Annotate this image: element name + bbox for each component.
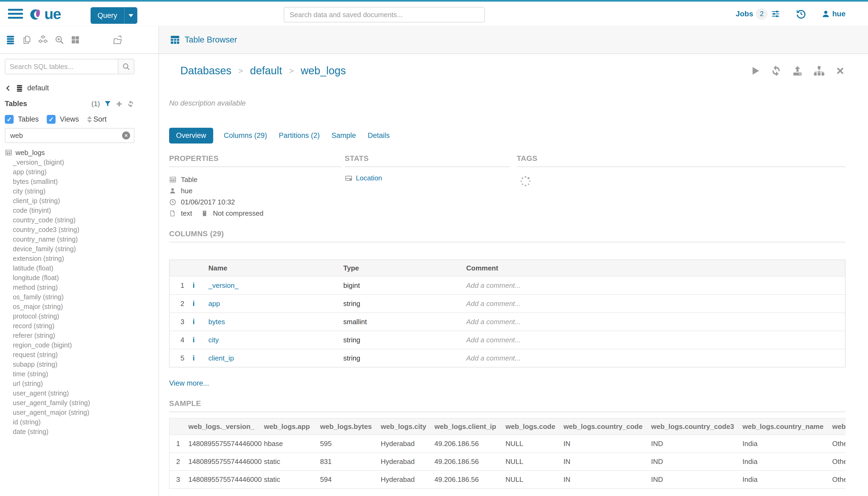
column-name-link[interactable]: client_ip	[208, 354, 234, 362]
tree-column-item[interactable]: country_code3 (string)	[5, 225, 158, 234]
tab-details[interactable]: Details	[366, 128, 391, 143]
breadcrumb-databases[interactable]: Databases	[180, 65, 231, 77]
tree-column-item[interactable]: subapp (string)	[5, 359, 158, 369]
tree-column-item[interactable]: user_agent (string)	[5, 388, 158, 398]
tab-overview[interactable]: Overview	[169, 128, 213, 143]
chevron-left-icon[interactable]	[5, 84, 12, 92]
folder-documents-icon[interactable]	[112, 34, 123, 45]
tree-column-item[interactable]: date (string)	[5, 427, 158, 436]
info-icon[interactable]	[193, 299, 195, 308]
column-name-link[interactable]: _version_	[208, 281, 239, 290]
column-name-link[interactable]: city	[208, 336, 219, 344]
query-split-button[interactable]: Query	[91, 7, 137, 24]
location-link[interactable]: Location	[356, 174, 382, 182]
column-name-link[interactable]: app	[208, 299, 220, 308]
tree-column-item[interactable]: city (string)	[5, 186, 158, 196]
tree-column-item[interactable]: record (string)	[5, 321, 158, 330]
tree-column-item[interactable]: method (string)	[5, 282, 158, 292]
breadcrumb-web-logs[interactable]: web_logs	[301, 65, 346, 77]
history-icon[interactable]	[796, 9, 806, 19]
tree-column-item[interactable]: client_ip (string)	[5, 196, 158, 205]
refresh-icon[interactable]	[770, 65, 782, 77]
tree-column-list: _version_ (bigint) app (string) bytes (s…	[5, 157, 158, 436]
tree-column-item[interactable]: protocol (string)	[5, 311, 158, 321]
tree-column-item[interactable]: app (string)	[5, 167, 158, 177]
views-checkbox[interactable]	[47, 115, 56, 124]
add-comment-field[interactable]: Add a comment...	[466, 281, 521, 290]
tree-column-item[interactable]: time (string)	[5, 369, 158, 379]
tree-column-item[interactable]: os_family (string)	[5, 292, 158, 302]
info-icon[interactable]	[193, 281, 195, 290]
breadcrumb-default[interactable]: default	[250, 65, 282, 77]
tab-columns[interactable]: Columns (29)	[223, 128, 268, 143]
tree-column-item[interactable]: request (string)	[5, 350, 158, 359]
property-created-value: 01/06/2017 10:32	[181, 198, 235, 206]
sliders-icon[interactable]	[771, 9, 780, 19]
add-comment-field[interactable]: Add a comment...	[466, 318, 521, 326]
sql-tables-search-input[interactable]	[5, 59, 118, 74]
query-dropdown-caret[interactable]	[124, 7, 137, 24]
global-search-input[interactable]	[284, 7, 485, 22]
info-icon[interactable]	[193, 354, 195, 362]
stats-location-row: Location	[345, 174, 510, 182]
tree-column-item[interactable]: latitude (float)	[5, 263, 158, 273]
close-icon[interactable]	[835, 65, 846, 76]
query-button-label[interactable]: Query	[91, 7, 124, 24]
tree-column-item[interactable]: code (tinyint)	[5, 205, 158, 215]
search-zoom-app-icon[interactable]	[54, 35, 64, 45]
tree-column-item[interactable]: referer (string)	[5, 330, 158, 340]
column-row: 1 _version_ bigint Add a comment...	[170, 276, 845, 294]
tree-column-item[interactable]: extension (string)	[5, 253, 158, 263]
breadcrumb-separator: >	[289, 66, 294, 75]
tab-sample[interactable]: Sample	[330, 128, 357, 143]
view-more-link[interactable]: View more...	[169, 379, 846, 388]
current-database-name[interactable]: default	[27, 84, 49, 92]
tree-column-item[interactable]: user_agent_family (string)	[5, 398, 158, 407]
hdd-icon	[345, 174, 353, 182]
cubes-app-icon[interactable]	[38, 35, 48, 45]
sort-control[interactable]: Sort	[87, 115, 107, 123]
tree-column-item[interactable]: _version_ (bigint)	[5, 157, 158, 167]
info-icon[interactable]	[193, 336, 195, 344]
upload-icon[interactable]	[792, 65, 803, 77]
tree-column-item[interactable]: bytes (smallint)	[5, 177, 158, 186]
search-icon[interactable]	[118, 59, 134, 74]
add-comment-field[interactable]: Add a comment...	[466, 354, 521, 362]
tables-checkbox[interactable]	[5, 115, 14, 124]
refresh-icon[interactable]	[127, 100, 135, 108]
columns-header-comment: Comment	[456, 264, 845, 272]
add-comment-field[interactable]: Add a comment...	[466, 299, 521, 308]
table-filter-input[interactable]	[10, 131, 122, 140]
tree-column-item[interactable]: id (string)	[5, 417, 158, 427]
tree-table-name[interactable]: web_logs	[16, 149, 45, 157]
database-app-icon[interactable]	[5, 35, 16, 45]
tree-column-item[interactable]: user_agent_major (string)	[5, 407, 158, 417]
table-grid-icon	[5, 149, 12, 156]
column-name-link[interactable]: bytes	[208, 318, 225, 326]
filter-funnel-icon[interactable]	[104, 100, 111, 108]
apps-grid-icon[interactable]	[70, 35, 80, 45]
tree-column-item[interactable]: region_code (bigint)	[5, 340, 158, 350]
tree-column-item[interactable]: device_family (string)	[5, 244, 158, 253]
sitemap-icon[interactable]	[813, 65, 825, 77]
query-play-icon[interactable]	[750, 65, 761, 76]
documents-app-icon[interactable]	[22, 35, 32, 45]
database-breadcrumb-row[interactable]: default	[5, 84, 158, 92]
clear-filter-icon[interactable]	[122, 131, 130, 140]
jobs-count-badge[interactable]: 2	[756, 8, 768, 20]
add-comment-field[interactable]: Add a comment...	[466, 336, 521, 344]
info-icon[interactable]	[193, 317, 195, 326]
tab-partitions[interactable]: Partitions (2)	[278, 128, 321, 143]
tree-column-item[interactable]: country_code (string)	[5, 215, 158, 225]
tree-column-item[interactable]: longitude (float)	[5, 273, 158, 282]
sample-header-country-code3: web_logs.country_code3	[651, 422, 742, 431]
tree-column-item[interactable]: country_name (string)	[5, 234, 158, 244]
tree-table-web-logs[interactable]: web_logs	[5, 148, 158, 157]
tree-column-item[interactable]: os_major (string)	[5, 302, 158, 311]
user-menu[interactable]: hue	[821, 10, 846, 18]
tree-column-item[interactable]: url (string)	[5, 379, 158, 388]
add-table-icon[interactable]	[115, 100, 123, 108]
jobs-link[interactable]: Jobs	[736, 10, 753, 18]
hue-logo[interactable]: ue	[29, 6, 61, 21]
hamburger-menu-icon[interactable]	[8, 7, 23, 21]
